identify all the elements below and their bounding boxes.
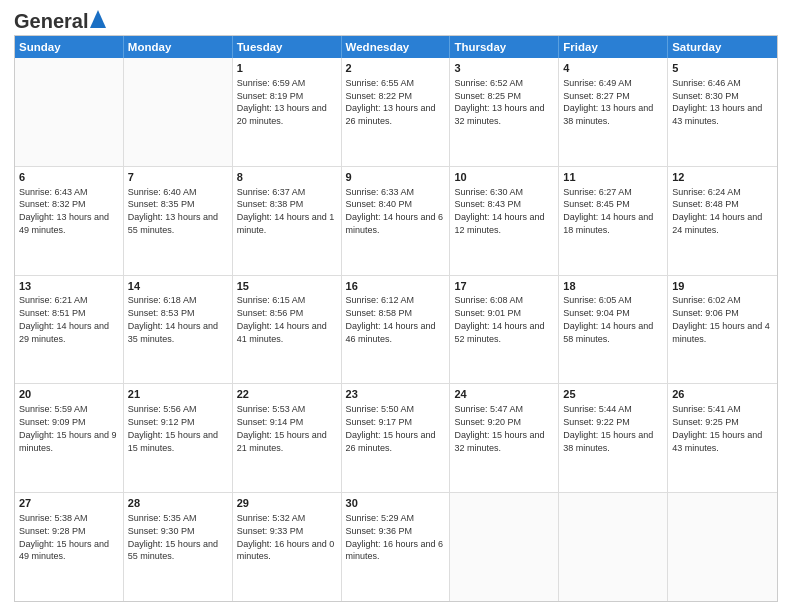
empty-cell — [450, 493, 559, 601]
day-info: Sunrise: 6:43 AM Sunset: 8:32 PM Dayligh… — [19, 187, 109, 235]
empty-cell — [124, 58, 233, 166]
day-number: 27 — [19, 496, 119, 511]
day-info: Sunrise: 5:53 AM Sunset: 9:14 PM Dayligh… — [237, 404, 327, 452]
day-number: 6 — [19, 170, 119, 185]
day-cell-1: 1Sunrise: 6:59 AM Sunset: 8:19 PM Daylig… — [233, 58, 342, 166]
day-cell-23: 23Sunrise: 5:50 AM Sunset: 9:17 PM Dayli… — [342, 384, 451, 492]
day-number: 17 — [454, 279, 554, 294]
svg-marker-0 — [90, 10, 106, 28]
day-number: 5 — [672, 61, 773, 76]
calendar-body: 1Sunrise: 6:59 AM Sunset: 8:19 PM Daylig… — [15, 58, 777, 601]
day-info: Sunrise: 6:46 AM Sunset: 8:30 PM Dayligh… — [672, 78, 762, 126]
day-info: Sunrise: 6:49 AM Sunset: 8:27 PM Dayligh… — [563, 78, 653, 126]
day-number: 22 — [237, 387, 337, 402]
empty-cell — [559, 493, 668, 601]
day-cell-18: 18Sunrise: 6:05 AM Sunset: 9:04 PM Dayli… — [559, 276, 668, 384]
day-cell-22: 22Sunrise: 5:53 AM Sunset: 9:14 PM Dayli… — [233, 384, 342, 492]
day-cell-6: 6Sunrise: 6:43 AM Sunset: 8:32 PM Daylig… — [15, 167, 124, 275]
day-cell-10: 10Sunrise: 6:30 AM Sunset: 8:43 PM Dayli… — [450, 167, 559, 275]
day-cell-20: 20Sunrise: 5:59 AM Sunset: 9:09 PM Dayli… — [15, 384, 124, 492]
day-number: 13 — [19, 279, 119, 294]
day-number: 9 — [346, 170, 446, 185]
day-info: Sunrise: 6:08 AM Sunset: 9:01 PM Dayligh… — [454, 295, 544, 343]
weekday-wednesday: Wednesday — [342, 36, 451, 58]
day-info: Sunrise: 6:40 AM Sunset: 8:35 PM Dayligh… — [128, 187, 218, 235]
day-cell-8: 8Sunrise: 6:37 AM Sunset: 8:38 PM Daylig… — [233, 167, 342, 275]
day-cell-12: 12Sunrise: 6:24 AM Sunset: 8:48 PM Dayli… — [668, 167, 777, 275]
day-info: Sunrise: 6:24 AM Sunset: 8:48 PM Dayligh… — [672, 187, 762, 235]
weekday-tuesday: Tuesday — [233, 36, 342, 58]
weekday-thursday: Thursday — [450, 36, 559, 58]
day-cell-2: 2Sunrise: 6:55 AM Sunset: 8:22 PM Daylig… — [342, 58, 451, 166]
day-number: 25 — [563, 387, 663, 402]
day-cell-14: 14Sunrise: 6:18 AM Sunset: 8:53 PM Dayli… — [124, 276, 233, 384]
day-cell-7: 7Sunrise: 6:40 AM Sunset: 8:35 PM Daylig… — [124, 167, 233, 275]
day-number: 11 — [563, 170, 663, 185]
day-number: 4 — [563, 61, 663, 76]
day-info: Sunrise: 6:18 AM Sunset: 8:53 PM Dayligh… — [128, 295, 218, 343]
day-number: 1 — [237, 61, 337, 76]
day-cell-16: 16Sunrise: 6:12 AM Sunset: 8:58 PM Dayli… — [342, 276, 451, 384]
day-cell-24: 24Sunrise: 5:47 AM Sunset: 9:20 PM Dayli… — [450, 384, 559, 492]
day-number: 7 — [128, 170, 228, 185]
day-number: 21 — [128, 387, 228, 402]
day-cell-13: 13Sunrise: 6:21 AM Sunset: 8:51 PM Dayli… — [15, 276, 124, 384]
logo: General — [14, 10, 106, 29]
day-info: Sunrise: 5:59 AM Sunset: 9:09 PM Dayligh… — [19, 404, 117, 452]
logo-arrow-icon — [90, 10, 106, 30]
day-number: 26 — [672, 387, 773, 402]
day-info: Sunrise: 6:55 AM Sunset: 8:22 PM Dayligh… — [346, 78, 436, 126]
day-info: Sunrise: 5:35 AM Sunset: 9:30 PM Dayligh… — [128, 513, 218, 561]
day-number: 2 — [346, 61, 446, 76]
weekday-saturday: Saturday — [668, 36, 777, 58]
day-cell-17: 17Sunrise: 6:08 AM Sunset: 9:01 PM Dayli… — [450, 276, 559, 384]
day-number: 18 — [563, 279, 663, 294]
day-number: 29 — [237, 496, 337, 511]
day-info: Sunrise: 6:15 AM Sunset: 8:56 PM Dayligh… — [237, 295, 327, 343]
day-number: 19 — [672, 279, 773, 294]
page: General SundayMondayTuesdayWednesdayThur… — [0, 0, 792, 612]
day-number: 10 — [454, 170, 554, 185]
day-info: Sunrise: 6:52 AM Sunset: 8:25 PM Dayligh… — [454, 78, 544, 126]
weekday-friday: Friday — [559, 36, 668, 58]
day-info: Sunrise: 6:12 AM Sunset: 8:58 PM Dayligh… — [346, 295, 436, 343]
day-cell-27: 27Sunrise: 5:38 AM Sunset: 9:28 PM Dayli… — [15, 493, 124, 601]
day-number: 24 — [454, 387, 554, 402]
day-number: 14 — [128, 279, 228, 294]
calendar-row-4: 27Sunrise: 5:38 AM Sunset: 9:28 PM Dayli… — [15, 493, 777, 601]
day-info: Sunrise: 6:21 AM Sunset: 8:51 PM Dayligh… — [19, 295, 109, 343]
day-cell-25: 25Sunrise: 5:44 AM Sunset: 9:22 PM Dayli… — [559, 384, 668, 492]
calendar: SundayMondayTuesdayWednesdayThursdayFrid… — [14, 35, 778, 602]
day-info: Sunrise: 5:44 AM Sunset: 9:22 PM Dayligh… — [563, 404, 653, 452]
day-info: Sunrise: 6:33 AM Sunset: 8:40 PM Dayligh… — [346, 187, 444, 235]
day-info: Sunrise: 6:05 AM Sunset: 9:04 PM Dayligh… — [563, 295, 653, 343]
day-number: 28 — [128, 496, 228, 511]
day-info: Sunrise: 6:59 AM Sunset: 8:19 PM Dayligh… — [237, 78, 327, 126]
day-info: Sunrise: 5:29 AM Sunset: 9:36 PM Dayligh… — [346, 513, 444, 561]
day-number: 3 — [454, 61, 554, 76]
day-number: 20 — [19, 387, 119, 402]
day-cell-29: 29Sunrise: 5:32 AM Sunset: 9:33 PM Dayli… — [233, 493, 342, 601]
calendar-row-2: 13Sunrise: 6:21 AM Sunset: 8:51 PM Dayli… — [15, 276, 777, 385]
day-number: 15 — [237, 279, 337, 294]
day-cell-9: 9Sunrise: 6:33 AM Sunset: 8:40 PM Daylig… — [342, 167, 451, 275]
day-cell-5: 5Sunrise: 6:46 AM Sunset: 8:30 PM Daylig… — [668, 58, 777, 166]
day-cell-15: 15Sunrise: 6:15 AM Sunset: 8:56 PM Dayli… — [233, 276, 342, 384]
header: General — [14, 10, 778, 29]
empty-cell — [668, 493, 777, 601]
day-info: Sunrise: 6:27 AM Sunset: 8:45 PM Dayligh… — [563, 187, 653, 235]
day-cell-3: 3Sunrise: 6:52 AM Sunset: 8:25 PM Daylig… — [450, 58, 559, 166]
day-number: 23 — [346, 387, 446, 402]
empty-cell — [15, 58, 124, 166]
day-cell-4: 4Sunrise: 6:49 AM Sunset: 8:27 PM Daylig… — [559, 58, 668, 166]
calendar-header: SundayMondayTuesdayWednesdayThursdayFrid… — [15, 36, 777, 58]
day-info: Sunrise: 5:41 AM Sunset: 9:25 PM Dayligh… — [672, 404, 762, 452]
day-cell-28: 28Sunrise: 5:35 AM Sunset: 9:30 PM Dayli… — [124, 493, 233, 601]
calendar-row-0: 1Sunrise: 6:59 AM Sunset: 8:19 PM Daylig… — [15, 58, 777, 167]
day-cell-26: 26Sunrise: 5:41 AM Sunset: 9:25 PM Dayli… — [668, 384, 777, 492]
day-info: Sunrise: 5:50 AM Sunset: 9:17 PM Dayligh… — [346, 404, 436, 452]
day-number: 12 — [672, 170, 773, 185]
day-cell-30: 30Sunrise: 5:29 AM Sunset: 9:36 PM Dayli… — [342, 493, 451, 601]
day-cell-21: 21Sunrise: 5:56 AM Sunset: 9:12 PM Dayli… — [124, 384, 233, 492]
weekday-monday: Monday — [124, 36, 233, 58]
